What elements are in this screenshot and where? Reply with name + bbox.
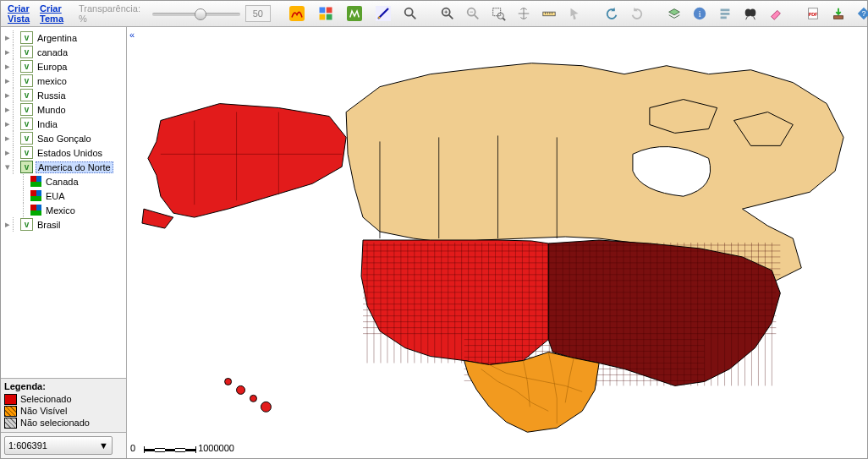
- tree-label[interactable]: Argentina: [36, 33, 79, 43]
- tree-item[interactable]: ▸vEstados Unidos: [3, 145, 124, 160]
- expander-icon[interactable]: ▸: [3, 220, 13, 230]
- tree-label[interactable]: mexico: [36, 76, 69, 86]
- map-canvas[interactable]: «: [127, 27, 867, 458]
- transparency-control: Transparência: % 50: [79, 3, 271, 24]
- tree-item[interactable]: ▸vIndia: [3, 117, 124, 131]
- svg-rect-32: [834, 16, 843, 19]
- expander-icon[interactable]: ▸: [3, 90, 13, 101]
- tree-subitem[interactable]: EUA: [3, 189, 124, 203]
- scale-select[interactable]: 1:606391 ▼: [4, 436, 113, 455]
- tree-label[interactable]: Europa: [36, 62, 69, 72]
- zoom-area-icon[interactable]: [489, 4, 508, 23]
- tree-label[interactable]: America do Norte: [36, 161, 113, 173]
- svg-rect-42: [36, 205, 41, 210]
- tree-label[interactable]: Sao Gonçalo: [36, 134, 93, 144]
- tree-label[interactable]: Brasil: [36, 220, 63, 230]
- visibility-checkbox[interactable]: v: [20, 161, 33, 173]
- tree-item[interactable]: ▸vBrasil: [3, 217, 124, 232]
- undo-icon[interactable]: [602, 4, 621, 23]
- expander-icon[interactable]: ▸: [3, 105, 13, 115]
- zoom-in-icon[interactable]: [438, 4, 457, 23]
- tree-label[interactable]: Russia: [36, 90, 68, 101]
- svg-line-8: [412, 15, 416, 19]
- tree-item[interactable]: ▾vAmerica do Norte: [3, 160, 124, 174]
- tree-label[interactable]: Canada: [44, 177, 80, 187]
- tree-label[interactable]: Mexico: [44, 205, 77, 216]
- svg-rect-1: [319, 8, 325, 14]
- tree-label[interactable]: EUA: [44, 191, 67, 201]
- expander-icon[interactable]: ▸: [3, 119, 13, 129]
- visibility-checkbox[interactable]: v: [20, 74, 33, 87]
- tree-subitem[interactable]: Canada: [3, 174, 124, 189]
- expander-icon[interactable]: ▸: [3, 47, 13, 57]
- visibility-checkbox[interactable]: v: [20, 89, 33, 101]
- tree-label[interactable]: Mundo: [36, 105, 68, 115]
- dropdown-icon: ▼: [99, 440, 108, 451]
- layer-tree[interactable]: ▸vArgentina▸vcanada▸vEuropa▸vmexico▸vRus…: [1, 27, 126, 378]
- tree-subitem[interactable]: Mexico: [3, 203, 124, 217]
- download-icon[interactable]: [829, 4, 848, 23]
- pan-icon[interactable]: [514, 4, 533, 23]
- expander-icon[interactable]: ▸: [3, 62, 13, 72]
- app-window: Criar Vista Criar Tema Transparência: % …: [0, 0, 868, 459]
- visibility-checkbox[interactable]: v: [20, 218, 33, 231]
- redo-icon[interactable]: [628, 4, 646, 23]
- region-mexico: [464, 352, 599, 433]
- svg-text:?: ?: [861, 9, 865, 18]
- tree-item[interactable]: ▸vArgentina: [3, 30, 124, 45]
- expander-icon[interactable]: ▸: [3, 33, 13, 43]
- svg-rect-3: [319, 14, 325, 20]
- search-icon[interactable]: [401, 4, 420, 23]
- visibility-checkbox[interactable]: v: [20, 132, 33, 145]
- transparency-slider[interactable]: [152, 7, 240, 20]
- wikimapia-icon[interactable]: [343, 3, 365, 25]
- expander-icon[interactable]: ▸: [3, 148, 13, 158]
- tree-item[interactable]: ▸vcanada: [3, 45, 124, 59]
- scalebar-min: 0: [130, 443, 135, 453]
- top-links: Criar Vista Criar Tema: [1, 3, 70, 24]
- svg-point-139: [261, 402, 271, 412]
- visibility-checkbox[interactable]: v: [20, 31, 33, 44]
- visibility-checkbox[interactable]: v: [20, 103, 33, 116]
- svg-rect-39: [36, 190, 41, 196]
- tree-label[interactable]: India: [36, 119, 59, 129]
- info-icon[interactable]: i: [690, 4, 709, 23]
- legend-row: Não selecionado: [4, 417, 123, 429]
- layer-icon[interactable]: [665, 4, 684, 23]
- draw-icon[interactable]: [372, 3, 394, 25]
- query-icon[interactable]: [716, 4, 734, 23]
- tree-item[interactable]: ▸vmexico: [3, 74, 124, 88]
- tree-label[interactable]: Estados Unidos: [36, 148, 104, 158]
- measure-icon[interactable]: [540, 4, 558, 23]
- visibility-checkbox[interactable]: v: [20, 60, 33, 73]
- help-icon[interactable]: ?: [854, 4, 868, 23]
- tree-item[interactable]: ▸vRussia: [3, 88, 124, 102]
- legend-swatch: [4, 418, 17, 429]
- pdf-icon[interactable]: PDF: [804, 4, 822, 23]
- criar-vista-link[interactable]: Criar Vista: [8, 3, 30, 24]
- tree-item[interactable]: ▸vSao Gonçalo: [3, 131, 124, 145]
- find-icon[interactable]: [741, 4, 760, 23]
- eraser-icon[interactable]: [766, 4, 785, 23]
- tree-label[interactable]: canada: [36, 47, 69, 57]
- google-icon[interactable]: [315, 3, 337, 25]
- visibility-checkbox[interactable]: v: [20, 117, 33, 130]
- legend-swatch: [4, 394, 17, 405]
- visibility-checkbox[interactable]: v: [20, 46, 33, 58]
- legend-label: Selecionado: [20, 394, 72, 404]
- criar-tema-link[interactable]: Criar Tema: [40, 3, 63, 24]
- terraview-icon[interactable]: [286, 3, 308, 25]
- sidebar: ▸vArgentina▸vcanada▸vEuropa▸vmexico▸vRus…: [1, 27, 127, 458]
- expander-icon[interactable]: ▾: [3, 162, 13, 172]
- expander-icon[interactable]: ▸: [3, 134, 13, 144]
- tree-item[interactable]: ▸vEuropa: [3, 59, 124, 74]
- scale-value: 1:606391: [8, 440, 47, 451]
- tree-item[interactable]: ▸vMundo: [3, 102, 124, 117]
- expander-icon[interactable]: ▸: [3, 76, 13, 86]
- svg-rect-41: [30, 210, 41, 216]
- zoom-out-icon[interactable]: [464, 4, 482, 23]
- legend-swatch: [4, 406, 17, 417]
- svg-line-28: [746, 17, 748, 20]
- pointer-icon[interactable]: [565, 4, 584, 23]
- visibility-checkbox[interactable]: v: [20, 146, 33, 159]
